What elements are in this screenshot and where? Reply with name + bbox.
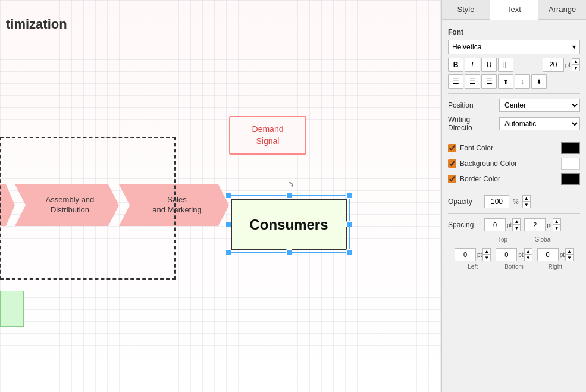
canvas-title: timization bbox=[6, 17, 67, 32]
font-color-swatch[interactable] bbox=[561, 142, 580, 154]
spacing-left-spinner: ▲ ▼ bbox=[482, 248, 491, 261]
divider-2 bbox=[448, 137, 580, 137]
writing-direction-label: Writing Directio bbox=[448, 115, 496, 132]
spacing-right-field: pt ▲ ▼ bbox=[537, 248, 574, 261]
spacing-top-input[interactable] bbox=[484, 218, 506, 231]
spacing-main-label: Spacing bbox=[448, 221, 481, 229]
opacity-up[interactable]: ▲ bbox=[522, 195, 531, 202]
font-dropdown[interactable]: Helvetica ▾ bbox=[448, 40, 580, 54]
font-color-label: Font Color bbox=[460, 144, 557, 152]
font-color-checkbox[interactable] bbox=[448, 144, 456, 152]
valign-mid-button[interactable]: ↕ bbox=[515, 74, 530, 89]
opacity-label: Opacity bbox=[448, 197, 481, 206]
divider-3 bbox=[448, 190, 580, 190]
spacing-bottom-input[interactable] bbox=[496, 248, 517, 261]
right-panel: Style Text Arrange Font Helvetica ▾ B I … bbox=[441, 0, 586, 392]
chevron-assembly[interactable]: Assembly and Distribution bbox=[15, 184, 119, 226]
spacing-bottom-up[interactable]: ▲ bbox=[524, 248, 532, 255]
tab-text[interactable]: Text bbox=[490, 0, 538, 20]
spacing-global-down[interactable]: ▼ bbox=[553, 225, 561, 231]
tab-style[interactable]: Style bbox=[442, 0, 490, 19]
font-size-input[interactable] bbox=[543, 58, 564, 72]
handle-tr[interactable] bbox=[346, 193, 352, 199]
spacing-global-label: Global bbox=[535, 236, 552, 243]
bold-button[interactable]: B bbox=[448, 58, 463, 72]
background-color-label: Background Color bbox=[460, 159, 557, 168]
format-buttons-row: B I U ||| pt ▲ ▼ bbox=[448, 58, 580, 72]
border-color-swatch[interactable] bbox=[561, 173, 580, 185]
strikethrough-button[interactable]: ||| bbox=[498, 58, 513, 72]
border-color-label: Border Color bbox=[460, 175, 557, 183]
spacing-bottom-spinner: ▲ ▼ bbox=[524, 248, 532, 261]
spacing-left-down[interactable]: ▼ bbox=[482, 255, 491, 261]
background-color-checkbox[interactable] bbox=[448, 159, 456, 168]
chevron-sales[interactable]: Sales and Marketing bbox=[119, 184, 229, 226]
chevron-g[interactable]: g bbox=[0, 184, 15, 226]
spacing-left-up[interactable]: ▲ bbox=[482, 248, 491, 255]
bottom-green-box[interactable] bbox=[0, 291, 24, 327]
valign-top-button[interactable]: ⬆ bbox=[498, 74, 513, 89]
font-section-label: Font bbox=[448, 28, 580, 36]
divider-1 bbox=[448, 93, 580, 94]
panel-body: Font Helvetica ▾ B I U ||| pt ▲ ▼ ☰ ☰ bbox=[442, 20, 586, 392]
position-row: Position Left Center Right bbox=[448, 99, 580, 112]
valign-bot-button[interactable]: ⬇ bbox=[531, 74, 547, 89]
border-color-checkbox[interactable] bbox=[448, 175, 456, 183]
align-center-button[interactable]: ☰ bbox=[465, 74, 480, 89]
position-select[interactable]: Left Center Right bbox=[499, 99, 580, 112]
background-color-row: Background Color bbox=[448, 158, 580, 170]
spacing-right-down[interactable]: ▼ bbox=[565, 255, 574, 261]
demand-signal-box[interactable]: Demand Signal bbox=[229, 116, 306, 155]
spacing-right-spinner: ▲ ▼ bbox=[565, 248, 574, 261]
italic-button[interactable]: I bbox=[465, 58, 480, 72]
opacity-row: Opacity % ▲ ▼ bbox=[448, 195, 580, 208]
spacing-top-field: pt ▲ ▼ bbox=[484, 218, 521, 231]
handle-bm[interactable] bbox=[286, 249, 292, 255]
spacing-left-label: Left bbox=[468, 264, 478, 270]
align-right-button[interactable]: ☰ bbox=[481, 74, 497, 89]
spacing-top-label: Top bbox=[498, 236, 507, 243]
rotate-handle[interactable] bbox=[284, 181, 294, 191]
spacing-global-spinner: ▲ ▼ bbox=[553, 218, 561, 231]
opacity-input[interactable] bbox=[484, 195, 509, 208]
font-size-down[interactable]: ▼ bbox=[572, 65, 580, 71]
writing-direction-select[interactable]: Automatic Left to Right Right to Left bbox=[499, 117, 580, 130]
border-color-row: Border Color bbox=[448, 173, 580, 185]
font-size-spinner: ▲ ▼ bbox=[572, 58, 580, 71]
chevron-row: g Assembly and Distribution Sales and Ma… bbox=[0, 184, 229, 226]
handle-br[interactable] bbox=[346, 249, 352, 255]
spacing-bottom-down[interactable]: ▼ bbox=[524, 255, 532, 261]
opacity-down[interactable]: ▼ bbox=[522, 202, 531, 208]
consumers-box[interactable]: Consumers bbox=[231, 199, 347, 250]
spacing-top-spinner: ▲ ▼ bbox=[512, 218, 521, 231]
handle-mr[interactable] bbox=[346, 221, 352, 227]
alignment-row: ☰ ☰ ☰ ⬆ ↕ ⬇ bbox=[448, 74, 580, 89]
position-label: Position bbox=[448, 101, 496, 109]
spacing-bottom-label: Bottom bbox=[504, 264, 524, 270]
canvas-area[interactable]: timization g Assembly and Distribution S… bbox=[0, 0, 441, 392]
underline-button[interactable]: U bbox=[481, 58, 497, 72]
spacing-right-input[interactable] bbox=[537, 248, 559, 261]
tab-arrange[interactable]: Arrange bbox=[538, 0, 586, 19]
align-left-button[interactable]: ☰ bbox=[448, 74, 463, 89]
spacing-right-up[interactable]: ▲ bbox=[565, 248, 574, 255]
spacing-right-label: Right bbox=[549, 264, 562, 270]
handle-tm[interactable] bbox=[286, 193, 292, 199]
handle-bl[interactable] bbox=[225, 249, 231, 255]
spacing-global-field: pt ▲ ▼ bbox=[524, 218, 560, 231]
spacing-left-field: pt ▲ ▼ bbox=[455, 248, 491, 261]
spacing-top-down[interactable]: ▼ bbox=[512, 225, 521, 231]
font-color-row: Font Color bbox=[448, 142, 580, 154]
background-color-swatch[interactable] bbox=[561, 158, 580, 170]
spacing-global-up[interactable]: ▲ bbox=[553, 218, 561, 225]
spacing-bottom-field: pt ▲ ▼ bbox=[496, 248, 532, 261]
spacing-top-up[interactable]: ▲ bbox=[512, 218, 521, 225]
panel-tabs: Style Text Arrange bbox=[442, 0, 586, 20]
font-size-up[interactable]: ▲ bbox=[572, 58, 580, 65]
spacing-section: Spacing pt ▲ ▼ pt ▲ ▼ bbox=[448, 218, 580, 270]
font-size-control: pt ▲ ▼ bbox=[543, 58, 580, 72]
spacing-global-input[interactable] bbox=[524, 218, 546, 231]
chevron-down-icon: ▾ bbox=[572, 43, 576, 51]
spacing-left-input[interactable] bbox=[455, 248, 476, 261]
writing-direction-row: Writing Directio Automatic Left to Right… bbox=[448, 115, 580, 132]
